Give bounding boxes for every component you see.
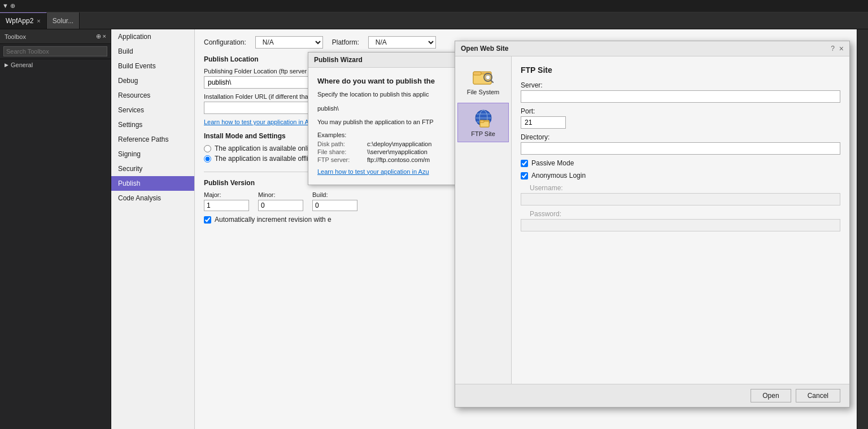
dialog-header: Open Web Site ? ×	[455, 41, 849, 56]
ftp-icon	[472, 108, 495, 128]
ftp-server-field: Server:	[521, 81, 840, 103]
dialog-title: Open Web Site	[461, 45, 508, 52]
nav-security[interactable]: Security	[111, 161, 194, 176]
toolbox-title: Toolbox	[5, 33, 26, 40]
nav-publish[interactable]: Publish	[111, 176, 194, 191]
dialog-body: File System	[455, 56, 849, 384]
ftp-password-label: Password:	[521, 210, 840, 218]
passive-mode-label: Passive Mode	[531, 159, 574, 167]
toolbox-header: Toolbox ⊕ ×	[0, 29, 111, 44]
svg-rect-2	[473, 72, 481, 75]
top-bar: ▼ ⊕	[0, 0, 868, 12]
passive-mode-checkbox[interactable]	[521, 160, 528, 167]
ftp-password-input[interactable]	[521, 219, 840, 231]
dialog-icon-ftp[interactable]: FTP Site	[457, 103, 509, 142]
anonymous-login-label: Anonymous Login	[531, 172, 586, 180]
filesystem-label: File System	[467, 89, 499, 95]
dialog-header-actions: ? ×	[831, 45, 844, 52]
ftp-value: ftp://ftp.contoso.com/m	[367, 156, 430, 163]
anonymous-login-row[interactable]: Anonymous Login	[521, 172, 840, 180]
disk-key: Disk path:	[317, 141, 363, 147]
ftp-port-field: Port:	[521, 107, 840, 129]
tab-label: WpfApp2	[6, 17, 33, 25]
ftp-username-label: Username:	[521, 184, 840, 192]
nav-debug[interactable]: Debug	[111, 73, 194, 88]
open-button[interactable]: Open	[751, 389, 791, 402]
settings-nav: Application Build Build Events Debug Res…	[111, 29, 195, 429]
project-settings: Application Build Build Events Debug Res…	[111, 29, 857, 429]
overlay-container: Publish Wizard Where do you want to publ…	[195, 29, 857, 429]
wizard-azure-link[interactable]: Learn how to test your application in Az…	[317, 168, 429, 175]
ftp-port-label: Port:	[521, 107, 840, 115]
tab-solution[interactable]: Solur...	[47, 12, 80, 29]
toolbox-icons: ⊕ ×	[96, 33, 106, 40]
toolbox-general-item[interactable]: ▶ General	[0, 59, 111, 71]
anonymous-login-checkbox[interactable]	[521, 172, 528, 180]
solution-panel	[857, 29, 868, 429]
content-area: Application Build Build Events Debug Res…	[111, 29, 857, 429]
ftp-title: FTP Site	[521, 65, 840, 75]
ftp-port-input[interactable]	[521, 116, 566, 129]
nav-code-analysis[interactable]: Code Analysis	[111, 191, 194, 205]
dialog-icon-filesystem[interactable]: File System	[457, 61, 509, 100]
ftp-server-label: Server:	[521, 81, 840, 89]
tab-wpfapp2[interactable]: WpfApp2 ×	[0, 12, 47, 29]
toolbox-panel: Toolbox ⊕ × ▶ General	[0, 29, 111, 429]
nav-build[interactable]: Build	[111, 44, 194, 59]
tab-close-icon[interactable]: ×	[37, 17, 40, 24]
dialog-left-panel: File System	[455, 56, 512, 384]
ftp-server-input[interactable]	[521, 90, 840, 103]
ftp-password-field: Password:	[521, 210, 840, 231]
search-input[interactable]	[3, 46, 107, 56]
ftp-directory-input[interactable]	[521, 142, 840, 155]
ftp-username-input[interactable]	[521, 193, 840, 205]
main-container: Toolbox ⊕ × ▶ General Application Build …	[0, 29, 868, 429]
ftp-label: FTP Site	[471, 130, 495, 137]
nav-signing[interactable]: Signing	[111, 147, 194, 161]
share-key: File share:	[317, 148, 363, 155]
top-bar-title: ▼ ⊕	[2, 2, 15, 10]
tab-bar: WpfApp2 × Solur...	[0, 12, 868, 29]
svg-rect-13	[480, 120, 484, 122]
nav-resources[interactable]: Resources	[111, 88, 194, 103]
svg-point-4	[486, 75, 490, 80]
ftp-directory-field: Directory:	[521, 133, 840, 155]
dialog-close-icon[interactable]: ×	[839, 45, 844, 52]
dialog-footer: Open Cancel	[455, 384, 849, 407]
passive-mode-row[interactable]: Passive Mode	[521, 159, 840, 167]
expand-icon: ▶	[5, 62, 8, 68]
nav-application[interactable]: Application	[111, 29, 194, 44]
ftp-username-field: Username:	[521, 184, 840, 205]
dialog-help-icon[interactable]: ?	[831, 45, 835, 52]
tab-label-solution: Solur...	[53, 17, 73, 25]
ftp-directory-label: Directory:	[521, 133, 840, 141]
nav-settings[interactable]: Settings	[111, 117, 194, 132]
filesystem-icon	[472, 66, 495, 86]
ftp-key: FTP server:	[317, 156, 363, 163]
nav-reference-paths[interactable]: Reference Paths	[111, 132, 194, 147]
general-label: General	[11, 62, 33, 68]
dialog-right-panel: FTP Site Server: Port:	[512, 56, 849, 384]
open-website-dialog: Open Web Site ? ×	[455, 41, 850, 408]
share-value: \\server\myapplication	[367, 148, 428, 155]
nav-build-events[interactable]: Build Events	[111, 59, 194, 73]
disk-value: c:\deploy\myapplication	[367, 141, 431, 147]
toolbox-search-area[interactable]	[0, 44, 111, 59]
settings-panel: Configuration: N/A Platform: N/A Publish…	[195, 29, 857, 429]
nav-services[interactable]: Services	[111, 103, 194, 117]
cancel-button[interactable]: Cancel	[796, 389, 840, 402]
